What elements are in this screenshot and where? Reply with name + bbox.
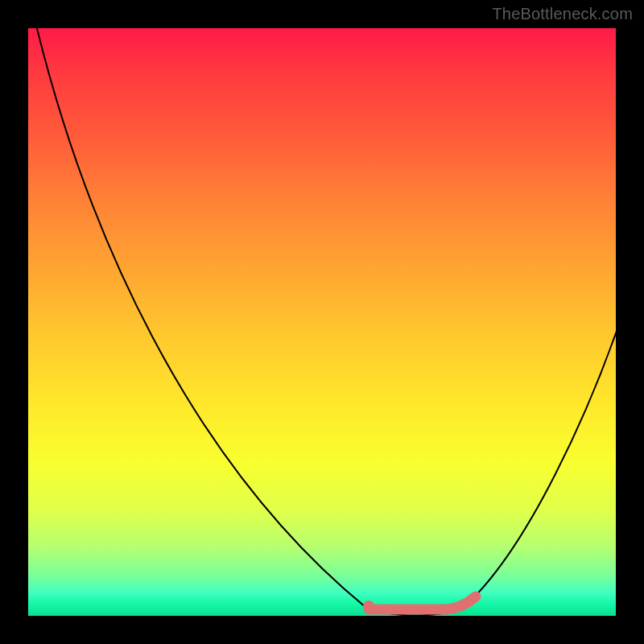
chart-svg <box>28 28 616 616</box>
watermark-text: TheBottleneck.com <box>492 5 633 23</box>
plot-area <box>28 28 616 616</box>
bottleneck-curve <box>33 28 616 615</box>
optimal-range-bar <box>369 597 476 609</box>
chart-container: TheBottleneck.com <box>0 0 644 644</box>
optimal-point-dot <box>363 601 374 612</box>
